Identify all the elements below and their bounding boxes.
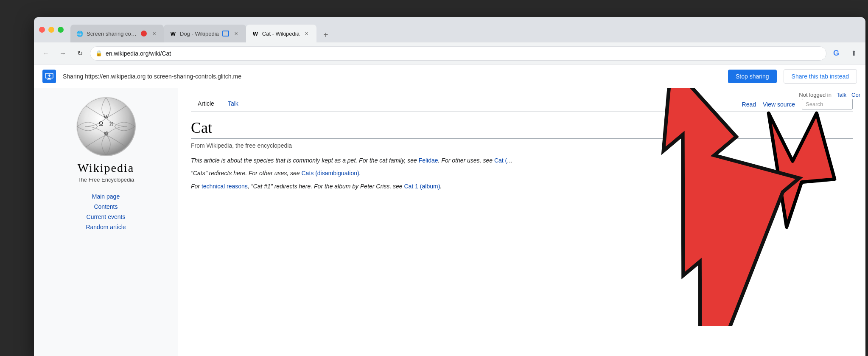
wiki-nav-contents[interactable]: Contents <box>94 203 118 210</box>
svg-text:И: И <box>109 121 113 127</box>
globe-icon: 🌐 <box>76 30 83 37</box>
wiki-nav-main-page[interactable]: Main page <box>92 193 120 200</box>
stop-sharing-button[interactable]: Stop sharing <box>728 70 777 83</box>
cats-disambiguation-link[interactable]: Cats (disambiguation) <box>302 170 359 177</box>
wiki-tabs: Article Talk <box>191 97 245 112</box>
back-button[interactable]: ← <box>39 47 53 60</box>
wikipedia-logo-text: Wikipedia <box>78 161 134 175</box>
tab-cat-wikipedia-title: Cat - Wikipedia <box>262 31 300 37</box>
wikipedia-icon-cat: W <box>252 30 259 37</box>
address-text: en.wikipedia.org/wiki/Cat <box>106 50 171 57</box>
svg-text:Ω: Ω <box>98 121 103 127</box>
share-tab-button[interactable]: Share this tab instead <box>784 69 857 84</box>
wiki-article-tab-bar: Article Talk Read View source Search <box>191 97 853 112</box>
article-paragraph-3: For technical reasons, "Cat #1" redirect… <box>191 182 853 191</box>
address-bar[interactable]: 🔒 en.wikipedia.org/wiki/Cat <box>90 46 826 61</box>
wiki-view-source-action[interactable]: View source <box>763 101 795 108</box>
new-tab-button[interactable]: + <box>318 27 333 42</box>
article-paragraph-1: This article is about the species that i… <box>191 156 853 165</box>
cat-link[interactable]: Cat ( <box>494 157 507 164</box>
article-title: Cat <box>191 119 853 139</box>
sharing-banner: Sharing https://en.wikipedia.org to scre… <box>34 64 865 88</box>
article-paragraph-2: "Cats" redirects here. For other uses, s… <box>191 168 853 178</box>
tab-screen-sharing[interactable]: 🌐 Screen sharing controls ✕ <box>70 25 164 42</box>
browser-window: 🌐 Screen sharing controls ✕ W Dog - Wiki… <box>34 17 865 356</box>
minimize-button[interactable] <box>48 27 54 33</box>
close-button[interactable] <box>39 27 45 33</box>
technical-reasons-link[interactable]: technical reasons <box>202 183 248 190</box>
share-badge-icon <box>222 31 229 36</box>
address-bar-area: ← → ↻ 🔒 en.wikipedia.org/wiki/Cat G ⬆ <box>34 42 865 64</box>
wiki-nav-random[interactable]: Random article <box>86 224 126 230</box>
svg-text:維: 維 <box>103 131 108 136</box>
svg-text:G: G <box>833 49 839 57</box>
google-icon: G <box>833 48 843 59</box>
not-logged-in-text: Not logged in <box>799 92 832 98</box>
wikipedia-globe-logo: Ω И 維 W <box>76 97 136 156</box>
svg-rect-4 <box>49 75 50 77</box>
title-bar: 🌐 Screen sharing controls ✕ W Dog - Wiki… <box>34 17 865 42</box>
traffic-lights <box>39 27 64 33</box>
wikipedia-icon-dog: W <box>170 30 176 37</box>
tab-dog-wikipedia-title: Dog - Wikipedia <box>180 31 219 37</box>
wikipedia-logo-subtitle: The Free Encyclopedia <box>78 177 134 183</box>
article-body: This article is about the species that i… <box>191 156 853 191</box>
sharing-text: Sharing https://en.wikipedia.org to scre… <box>63 73 721 80</box>
tabs-container: 🌐 Screen sharing controls ✕ W Dog - Wiki… <box>70 17 860 42</box>
svg-rect-3 <box>47 79 51 80</box>
tab-screen-sharing-close[interactable]: ✕ <box>150 30 158 37</box>
content-area: Ω И 維 W Wikipedia The Free Encyclopedia … <box>34 88 865 356</box>
talk-link[interactable]: Talk <box>837 92 846 98</box>
cat1-album-link[interactable]: Cat 1 (album) <box>404 183 440 190</box>
forward-button[interactable]: → <box>56 47 70 60</box>
maximize-button[interactable] <box>58 27 64 33</box>
tab-cat-wikipedia[interactable]: W Cat - Wikipedia ✕ <box>246 25 316 42</box>
wiki-main-content: Not logged in Talk Cor Article Talk Read… <box>178 88 865 356</box>
wiki-tab-talk[interactable]: Talk <box>221 97 245 112</box>
sharing-banner-icon <box>42 70 56 83</box>
wiki-read-action[interactable]: Read <box>742 101 756 108</box>
lock-icon: 🔒 <box>95 50 102 56</box>
screen-share-indicator <box>141 31 147 36</box>
wiki-sidebar: Ω И 維 W Wikipedia The Free Encyclopedia … <box>34 88 178 356</box>
tab-dog-wikipedia-close[interactable]: ✕ <box>232 30 240 37</box>
wiki-top-right-links: Not logged in Talk Cor <box>794 88 865 101</box>
cor-text: Cor <box>851 92 860 98</box>
svg-rect-2 <box>48 78 50 79</box>
wiki-tab-article[interactable]: Article <box>191 97 221 112</box>
reload-button[interactable]: ↻ <box>73 47 87 60</box>
wiki-nav-current-events[interactable]: Current events <box>87 213 126 220</box>
share-page-button[interactable]: ⬆ <box>847 47 860 60</box>
tab-screen-sharing-title: Screen sharing controls <box>87 31 137 37</box>
article-subtitle: From Wikipedia, the free encyclopedia <box>191 142 853 149</box>
svg-text:W: W <box>103 114 109 120</box>
tab-cat-wikipedia-close[interactable]: ✕ <box>303 30 311 37</box>
tab-dog-wikipedia[interactable]: W Dog - Wikipedia ✕ <box>164 25 246 42</box>
felidae-link[interactable]: Felidae <box>419 157 438 164</box>
